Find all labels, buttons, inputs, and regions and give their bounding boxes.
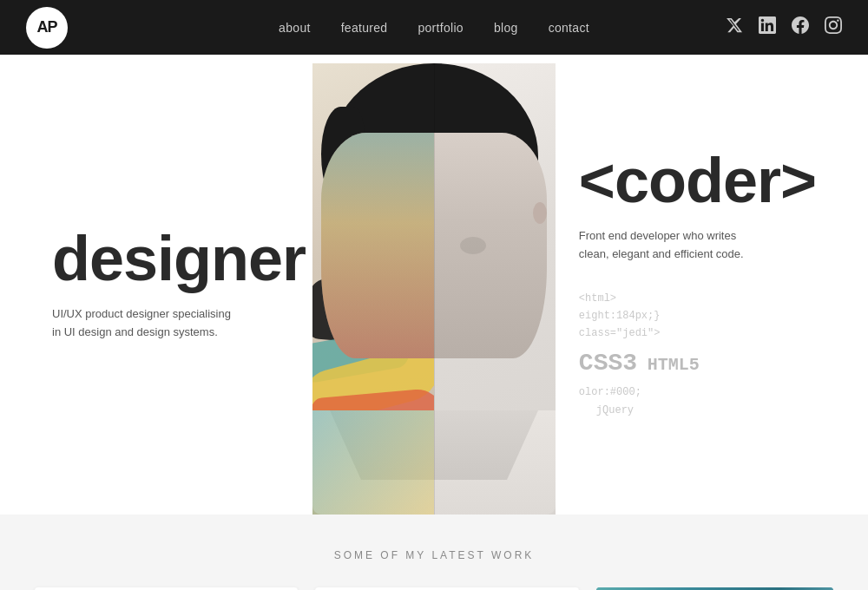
twitter-icon[interactable] (726, 16, 743, 38)
face-right (434, 133, 547, 358)
navbar: AP about featured portfolio blog contact (0, 0, 868, 55)
hero-left: designer UI/UX product designer speciali… (52, 227, 306, 342)
ear (533, 202, 547, 224)
designer-title: designer (52, 227, 306, 290)
hero-section: designer UI/UX product designer speciali… (0, 55, 868, 515)
linkedin-icon[interactable] (759, 16, 776, 38)
nav-links: about featured portfolio blog contact (279, 20, 589, 36)
nose-shadow (460, 237, 486, 254)
site-logo[interactable]: AP (26, 7, 68, 49)
social-links (726, 16, 842, 38)
latest-work-section: SOME OF MY LATEST WORK Canberra vs South… (0, 515, 868, 590)
nav-portfolio[interactable]: portfolio (418, 21, 464, 35)
portrait-divider (434, 63, 435, 515)
hero-right: <coder> Front end developer who writes c… (579, 149, 816, 419)
face-left-color (321, 133, 434, 358)
nav-featured[interactable]: featured (341, 21, 388, 35)
nav-contact[interactable]: contact (549, 21, 589, 35)
coder-title: <coder> (579, 149, 816, 212)
nav-about[interactable]: about (279, 21, 311, 35)
shirt-color-left (312, 410, 434, 515)
coder-desc: Front end developer who writes clean, el… (579, 227, 761, 264)
instagram-icon[interactable] (825, 16, 842, 38)
code-watermark: <html> eight:184px;} class="jedi"> CSS3 … (579, 290, 816, 420)
facebook-icon[interactable] (792, 16, 809, 38)
hero-portrait (312, 63, 556, 515)
nav-blog[interactable]: blog (494, 21, 518, 35)
designer-desc: UI/UX product designer specialising in U… (52, 305, 234, 342)
section-title: SOME OF MY LATEST WORK (0, 549, 868, 561)
